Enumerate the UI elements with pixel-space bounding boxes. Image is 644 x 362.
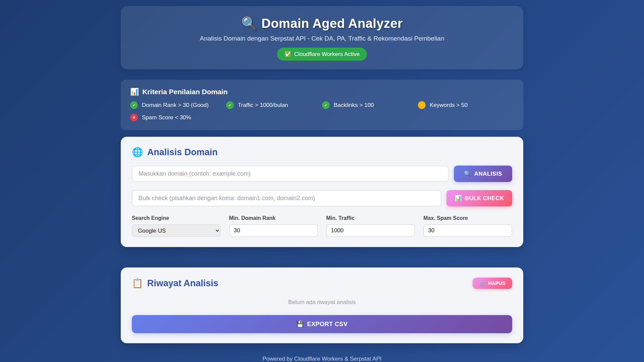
page-container: 🔍Domain Aged Analyzer Analisis Domain de… xyxy=(121,6,523,362)
min-traffic-label: Min. Traffic xyxy=(326,215,415,221)
analyzer-card: 🌐 Analisis Domain 🔍 ANALISIS 📊 BULK CHEC… xyxy=(121,137,523,247)
status-badge: ✅ Cloudflare Workers Active xyxy=(277,48,367,61)
criteria-item-label: Spam Score < 30% xyxy=(142,114,191,121)
magnifier-icon: 🔍 xyxy=(464,170,471,177)
page-title: 🔍Domain Aged Analyzer xyxy=(127,16,517,31)
footer-powered-by: Powered by Cloudflare Workers & Serpstat… xyxy=(121,356,523,362)
criteria-title-text: Kriteria Penilaian Domain xyxy=(142,88,227,96)
page-title-text: Domain Aged Analyzer xyxy=(261,16,402,31)
history-empty-message: Belum ada riwayat analisis xyxy=(132,299,512,306)
criteria-item-label: Traffic > 1000/bulan xyxy=(238,102,288,109)
warn-circle-icon: ~ xyxy=(418,101,426,109)
max-spam-score-input[interactable] xyxy=(423,224,512,237)
page-subtitle: Analisis Domain dengan Serpstat API - Ce… xyxy=(127,35,517,42)
clipboard-icon: 📋 xyxy=(132,278,143,289)
history-card: 📋 Riwayat Analisis 🗑️ HAPUS Belum ada ri… xyxy=(121,267,523,343)
analyzer-title: 🌐 Analisis Domain xyxy=(132,147,512,158)
history-title: 📋 Riwayat Analisis xyxy=(132,278,218,289)
fail-circle-icon: ✕ xyxy=(130,114,138,121)
analyze-button-label: ANALISIS xyxy=(474,171,502,177)
bar-chart-icon: 📊 xyxy=(130,88,139,96)
min-domain-rank-label: Min. Domain Rank xyxy=(229,215,318,221)
floppy-disk-icon: 💾 xyxy=(297,320,304,328)
criteria-item-traffic: ✓ Traffic > 1000/bulan xyxy=(226,101,322,109)
domain-input[interactable] xyxy=(132,166,449,182)
min-domain-rank-field: Min. Domain Rank xyxy=(229,215,318,237)
criteria-item-spam-score: ✕ Spam Score < 30% xyxy=(130,114,226,121)
pass-circle-icon: ✓ xyxy=(226,101,234,109)
history-header: 📋 Riwayat Analisis 🗑️ HAPUS xyxy=(132,278,512,289)
bulk-input-row: 📊 BULK CHECK xyxy=(132,190,512,206)
header-card: 🔍Domain Aged Analyzer Analisis Domain de… xyxy=(121,6,523,69)
pass-circle-icon: ✓ xyxy=(322,101,330,109)
check-icon: ✅ xyxy=(284,51,291,58)
export-csv-button-label: EXPORT CSV xyxy=(307,321,347,328)
status-badge-label: Cloudflare Workers Active xyxy=(294,51,360,58)
search-engine-label: Search Engine xyxy=(132,215,221,221)
pass-circle-icon: ✓ xyxy=(130,101,138,109)
criteria-item-label: Keywords > 50 xyxy=(430,102,468,109)
criteria-item-keywords: ~ Keywords > 50 xyxy=(418,101,514,109)
criteria-panel: 📊 Kriteria Penilaian Domain ✓ Domain Ran… xyxy=(121,80,523,130)
history-title-text: Riwayat Analisis xyxy=(147,278,218,289)
clear-history-button-label: HAPUS xyxy=(488,281,505,286)
criteria-title: 📊 Kriteria Penilaian Domain xyxy=(130,88,514,96)
search-engine-field: Search Engine Google US xyxy=(132,215,221,237)
min-domain-rank-input[interactable] xyxy=(229,224,318,237)
bar-chart-icon: 📊 xyxy=(454,195,462,202)
export-csv-button[interactable]: 💾 EXPORT CSV xyxy=(132,315,512,333)
criteria-grid: ✓ Domain Rank > 30 (Good) ✓ Traffic > 10… xyxy=(130,101,514,121)
criteria-item-label: Backlinks > 100 xyxy=(334,102,374,109)
max-spam-score-field: Max. Spam Score xyxy=(423,215,512,237)
min-traffic-input[interactable] xyxy=(326,224,415,237)
max-spam-score-label: Max. Spam Score xyxy=(423,215,512,221)
globe-icon: 🌐 xyxy=(132,147,143,158)
min-traffic-field: Min. Traffic xyxy=(326,215,415,237)
trash-icon: 🗑️ xyxy=(479,281,485,286)
domain-input-row: 🔍 ANALISIS xyxy=(132,166,512,182)
criteria-item-backlinks: ✓ Backlinks > 100 xyxy=(322,101,418,109)
footer: Powered by Cloudflare Workers & Serpstat… xyxy=(121,356,523,362)
criteria-item-domain-rank: ✓ Domain Rank > 30 (Good) xyxy=(130,101,226,109)
search-engine-select[interactable]: Google US xyxy=(132,224,221,237)
analyze-button[interactable]: 🔍 ANALISIS xyxy=(454,166,512,182)
criteria-item-label: Domain Rank > 30 (Good) xyxy=(142,102,209,109)
bulk-check-button-label: BULK CHECK xyxy=(465,195,504,202)
analyzer-title-text: Analisis Domain xyxy=(147,147,218,158)
magnifier-icon: 🔍 xyxy=(241,16,258,31)
bulk-input[interactable] xyxy=(132,190,441,206)
settings-fields-row: Search Engine Google US Min. Domain Rank… xyxy=(132,215,512,237)
bulk-check-button[interactable]: 📊 BULK CHECK xyxy=(446,190,512,206)
clear-history-button[interactable]: 🗑️ HAPUS xyxy=(473,278,512,289)
